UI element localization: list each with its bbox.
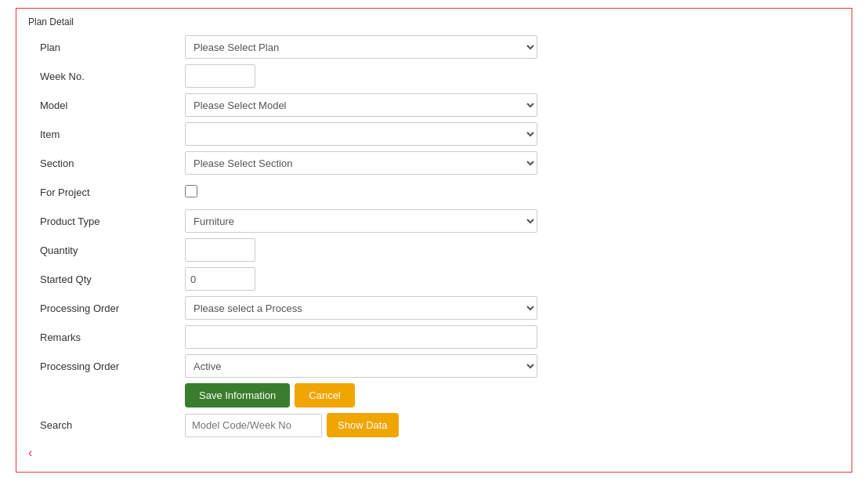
processing-order-label: Processing Order [28, 302, 185, 314]
model-select[interactable]: Please Select Model [185, 93, 537, 117]
section-select[interactable]: Please Select Section [185, 151, 537, 175]
model-label: Model [28, 100, 185, 111]
item-select[interactable] [185, 122, 537, 146]
quantity-label: Quantity [28, 244, 185, 256]
search-label: Search [28, 419, 185, 431]
cancel-button[interactable]: Cancel [295, 383, 354, 408]
started-qty-label: Started Qty [28, 273, 185, 285]
plan-label: Plan [28, 42, 185, 53]
product-type-select[interactable]: Furniture Electronics Other [185, 209, 537, 233]
quantity-input[interactable] [185, 238, 255, 262]
product-type-label: Product Type [28, 216, 185, 227]
week-no-input[interactable] [185, 64, 255, 88]
remarks-label: Remarks [28, 331, 185, 343]
remarks-input[interactable] [185, 325, 537, 349]
show-data-button[interactable]: Show Data [327, 413, 399, 437]
scroll-left-icon[interactable]: ‹ [28, 446, 32, 460]
save-button[interactable]: Save Information [185, 383, 290, 408]
for-project-label: For Project [28, 187, 185, 198]
processing-order2-label: Processing Order [28, 360, 185, 372]
panel-title: Plan Detail [28, 16, 840, 27]
for-project-checkbox[interactable] [185, 185, 197, 197]
section-label: Section [28, 158, 185, 169]
started-qty-input[interactable] [185, 267, 255, 291]
footer-text: © 2021 - DIGITAL INTELLIGENCE SYSTEM LTD… [0, 480, 868, 489]
processing-order2-select[interactable]: Active Inactive [185, 354, 537, 378]
item-label: Item [28, 129, 185, 140]
week-no-label: Week No. [28, 71, 185, 82]
processing-order-select[interactable]: Please select a Process [185, 296, 537, 320]
search-input[interactable] [185, 414, 322, 437]
plan-select[interactable]: Please Select Plan [185, 35, 537, 59]
